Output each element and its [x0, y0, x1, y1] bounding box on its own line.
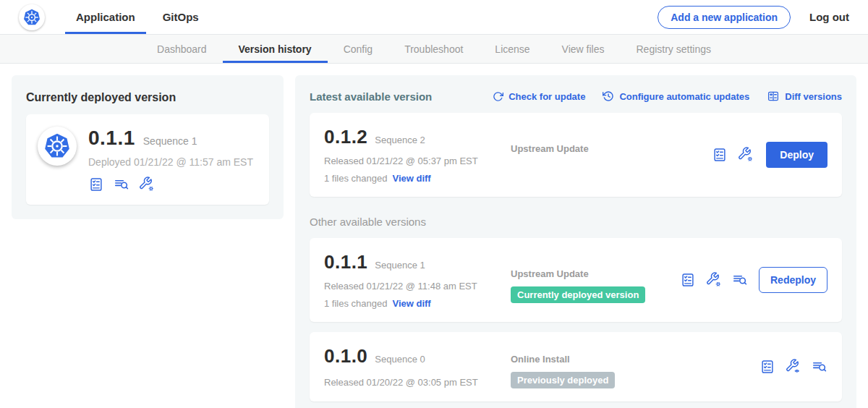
currently-deployed-panel: Currently deployed version 0.1.1 Sequenc… — [12, 75, 284, 219]
deploy-button[interactable]: Deploy — [766, 142, 827, 168]
version-info: 0.1.1 Sequence 1 Released 01/21/22 @ 11:… — [324, 251, 511, 309]
deploy-logs-icon[interactable] — [732, 272, 748, 288]
edit-config-icon[interactable] — [738, 147, 754, 163]
configure-automatic-updates-label: Configure automatic updates — [619, 91, 749, 102]
released-timestamp: Released 01/20/22 @ 03:05 pm EST — [324, 377, 511, 388]
deployed-version-info: 0.1.1 Sequence 1 Deployed 01/21/22 @ 11:… — [88, 127, 253, 192]
check-for-update-label: Check for update — [509, 91, 585, 102]
schedule-update-icon — [603, 90, 614, 102]
diff-versions-link[interactable]: Diff versions — [767, 90, 842, 103]
version-info: 0.1.0 Sequence 0 Released 01/20/22 @ 03:… — [324, 345, 511, 388]
source-label: Upstream Update — [511, 143, 589, 154]
deploy-logs-icon[interactable] — [812, 359, 827, 375]
edit-config-icon[interactable] — [706, 272, 722, 288]
files-changed-label: 1 files changed — [324, 173, 387, 184]
tab-application-label: Application — [76, 11, 135, 23]
tab-application[interactable]: Application — [65, 0, 146, 34]
deployed-version-card: 0.1.1 Sequence 1 Deployed 01/21/22 @ 11:… — [26, 114, 269, 205]
latest-available-heading: Latest available version — [310, 90, 432, 103]
version-history-panel: Latest available version Check for updat… — [295, 75, 856, 408]
preflight-checks-icon[interactable] — [88, 177, 104, 192]
topbar-spacer — [216, 0, 658, 34]
version-source: Upstream Update Currently deployed versi… — [511, 267, 680, 309]
previously-deployed-badge: Previously deployed — [511, 372, 615, 388]
version-source: Upstream Update — [511, 142, 712, 184]
files-changed-label: 1 files changed — [324, 298, 387, 309]
preflight-checks-icon[interactable] — [712, 147, 728, 163]
deployed-timestamp: Deployed 01/21/22 @ 11:57 am EST — [88, 156, 253, 168]
kubernetes-logo — [38, 127, 77, 166]
other-versions-heading: Other available versions — [310, 216, 842, 228]
view-diff-link[interactable]: View diff — [392, 298, 430, 309]
kubernetes-logo — [19, 4, 45, 30]
diff-versions-icon — [767, 90, 780, 103]
source-label: Online Install — [511, 354, 570, 365]
sequence-label: Sequence 0 — [375, 354, 425, 365]
redeploy-button[interactable]: Redeploy — [759, 267, 827, 293]
refresh-icon — [493, 91, 503, 102]
subnav-tab-version-history[interactable]: Version history — [223, 35, 328, 63]
subnav-tab-view-files[interactable]: View files — [546, 35, 621, 63]
subnav-tab-troubleshoot[interactable]: Troubleshoot — [388, 35, 479, 63]
version-number: 0.1.2 — [324, 126, 367, 148]
add-new-application-button[interactable]: Add a new application — [658, 6, 791, 29]
version-card-0-1-0: 0.1.0 Sequence 0 Released 01/20/22 @ 03:… — [310, 332, 842, 401]
application-subnav: Dashboard Version history Config Trouble… — [0, 35, 868, 64]
preflight-checks-icon[interactable] — [680, 272, 696, 288]
released-timestamp: Released 01/21/22 @ 05:37 pm EST — [324, 156, 511, 166]
tab-gitops[interactable]: GitOps — [152, 0, 210, 34]
released-timestamp: Released 01/21/22 @ 11:48 am EST — [324, 281, 511, 292]
configure-automatic-updates-link[interactable]: Configure automatic updates — [603, 90, 749, 103]
view-config-icon[interactable] — [786, 359, 801, 375]
tab-gitops-label: GitOps — [163, 11, 199, 23]
check-for-update-link[interactable]: Check for update — [493, 90, 585, 103]
sequence-label: Sequence 2 — [375, 135, 425, 145]
currently-deployed-badge: Currently deployed version — [511, 286, 645, 303]
version-source: Online Install Previously deployed — [511, 352, 760, 388]
preflight-checks-icon[interactable] — [760, 359, 775, 375]
view-diff-link[interactable]: View diff — [392, 173, 430, 184]
version-number: 0.1.0 — [324, 345, 367, 367]
top-navigation-bar: Application GitOps Add a new application… — [0, 0, 868, 35]
version-card-0-1-1: 0.1.1 Sequence 1 Released 01/21/22 @ 11:… — [310, 238, 842, 322]
subnav-tab-registry-settings[interactable]: Registry settings — [621, 35, 727, 63]
subnav-tab-config[interactable]: Config — [328, 35, 388, 63]
diff-versions-label: Diff versions — [785, 91, 842, 102]
deployed-version-number: 0.1.1 — [88, 127, 135, 150]
version-actions: Check for update Configure automatic upd… — [493, 90, 842, 103]
currently-deployed-title: Currently deployed version — [26, 91, 269, 104]
subnav-tab-license[interactable]: License — [479, 35, 545, 63]
version-number: 0.1.1 — [324, 251, 367, 273]
subnav-tab-dashboard[interactable]: Dashboard — [141, 35, 223, 63]
deployed-sequence-label: Sequence 1 — [143, 135, 197, 147]
logout-button[interactable]: Log out — [809, 11, 849, 23]
edit-config-icon[interactable] — [139, 177, 155, 192]
main-content: Currently deployed version 0.1.1 Sequenc… — [0, 64, 868, 408]
deploy-logs-icon[interactable] — [114, 177, 129, 192]
sequence-label: Sequence 1 — [375, 260, 425, 271]
version-info: 0.1.2 Sequence 2 Released 01/21/22 @ 05:… — [324, 126, 511, 184]
version-card-0-1-2: 0.1.2 Sequence 2 Released 01/21/22 @ 05:… — [310, 113, 842, 197]
source-label: Upstream Update — [511, 268, 589, 279]
